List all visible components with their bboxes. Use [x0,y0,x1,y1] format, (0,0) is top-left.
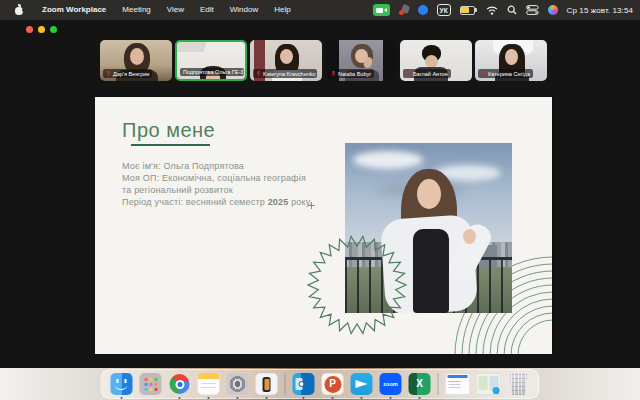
title-underline-decoration [131,144,210,146]
spotlight-icon[interactable] [507,5,517,15]
slide-line: Період участі: весняний семестр 2025 рок… [122,196,312,208]
battery-icon[interactable] [460,6,477,15]
dock-separator [285,373,286,395]
desktop: Zoom Workplace Meeting View Edit Window … [0,0,640,400]
screen-share-active-icon[interactable] [373,4,390,16]
blue-app-icon[interactable] [418,5,428,15]
muted-mic-icon [406,70,411,77]
plus-decoration [308,202,315,209]
participant-name-label: Подпрятова Ольга ГЕ-31 [180,68,244,76]
zoom-app-icon[interactable]: zoom [380,373,402,395]
finder-icon[interactable] [111,373,133,395]
dock-separator [438,373,439,395]
starburst-decoration [307,235,407,335]
slide-line: та регіональний розвиток [122,184,312,196]
slide-line: Моя ОП: Економічна, соціальна географія [122,172,312,184]
participant-tile[interactable]: Баглай Антон [400,40,472,81]
excel-icon[interactable]: X [409,373,431,395]
participant-tile[interactable]: Катерина Сегіда [475,40,547,81]
slide-body-text: Моє ім'я: Ольга Подпрятова Моя ОП: Еконо… [122,160,312,208]
minimized-window-preview[interactable] [477,373,501,395]
slide-title: Про мене [122,119,215,142]
participant-strip: Дар'я Венгрин Подпрятова Ольга ГЕ-31 Kat… [100,40,547,81]
window-controls [26,26,57,33]
trash-icon[interactable] [508,373,530,395]
muted-mic-icon [106,70,111,77]
participant-tile[interactable]: Дар'я Венгрин [100,40,172,81]
participant-name-label: Natalia Bubyr [328,69,374,78]
minimized-window-preview[interactable] [446,373,470,395]
muted-mic-icon [481,70,486,77]
slide-line: Моє ім'я: Ольга Подпрятова [122,160,312,172]
participant-name-label: Дар'я Венгрин [103,69,152,78]
menubar: Zoom Workplace Meeting View Edit Window … [0,0,640,20]
apple-menu-icon[interactable] [14,5,24,15]
close-window-button[interactable] [26,26,33,33]
participant-tile[interactable]: Kateryna Kravchenko [250,40,322,81]
system-settings-icon[interactable] [227,373,249,395]
chrome-icon[interactable] [169,373,191,395]
muted-mic-icon [256,70,261,77]
participant-tile[interactable]: Natalia Bubyr [325,40,397,81]
minimize-window-button[interactable] [38,26,45,33]
participant-name-label: Баглай Антон [403,69,451,78]
siri-icon[interactable] [548,5,558,15]
menubar-status-area: УК Ср 15 жовт. 13:54 [373,4,640,16]
dock: P zoom X [101,369,540,399]
menu-edit[interactable]: Edit [192,0,222,20]
notes-icon[interactable] [198,373,220,395]
participant-name-label: Kateryna Kravchenko [253,69,317,78]
menubar-clock[interactable]: Ср 15 жовт. 13:54 [567,6,633,15]
fullscreen-window-button[interactable] [50,26,57,33]
menu-window[interactable]: Window [222,0,266,20]
iphone-mirroring-icon[interactable] [256,373,278,395]
participant-name-label: Катерина Сегіда [478,69,533,78]
keyboard-layout-badge[interactable]: УК [437,4,451,16]
launchpad-icon[interactable] [140,373,162,395]
outlook-icon[interactable] [293,373,315,395]
zoom-meeting-window: Дар'я Венгрин Подпрятова Ольга ГЕ-31 Kat… [0,20,640,368]
menu-meeting[interactable]: Meeting [114,0,158,20]
participant-tile-active-speaker[interactable]: Подпрятова Ольга ГЕ-31 [175,40,247,81]
powerpoint-icon[interactable]: P [322,373,344,395]
recording-indicator-icon[interactable] [399,5,409,15]
shared-slide: Про мене Моє ім'я: Ольга Подпрятова Моя … [95,97,552,354]
menu-app-name[interactable]: Zoom Workplace [34,0,114,20]
telegram-icon[interactable] [351,373,373,395]
control-center-icon[interactable] [526,5,539,15]
wifi-icon[interactable] [486,6,498,15]
menu-view[interactable]: View [159,0,192,20]
menu-help[interactable]: Help [266,0,298,20]
muted-mic-icon [331,70,336,77]
